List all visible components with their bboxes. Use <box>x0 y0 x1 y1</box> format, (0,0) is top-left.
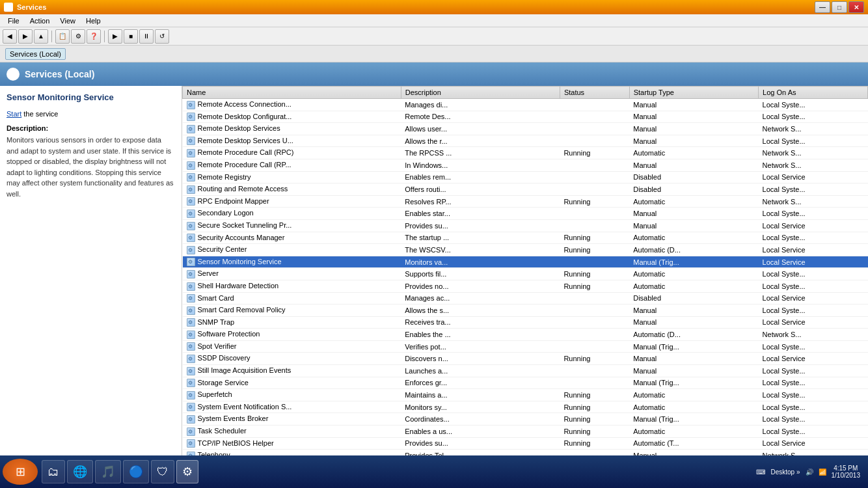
table-row[interactable]: TCP/IP NetBIOS HelperProvides su...Runni… <box>183 437 868 450</box>
breadcrumb-services-local[interactable]: Services (Local) <box>5 48 66 60</box>
maximize-button[interactable]: □ <box>832 1 847 13</box>
service-icon <box>187 258 195 266</box>
table-row[interactable]: Task SchedulerEnables a us...RunningAuto… <box>183 426 868 438</box>
table-row[interactable]: Remote Procedure Call (RP...In Windows..… <box>183 159 868 171</box>
show-hide-button[interactable]: 📋 <box>55 29 70 44</box>
taskbar-security[interactable]: 🛡 <box>151 460 174 483</box>
service-icon <box>187 113 195 121</box>
service-icon <box>187 379 195 387</box>
breadcrumb-bar: Services (Local) <box>0 46 868 62</box>
table-area: Name Description Status Startup Type Log… <box>182 86 868 479</box>
table-row[interactable]: Remote Desktop Configurat...Remote Des..… <box>183 111 868 123</box>
stop-service-button[interactable]: ■ <box>124 29 138 44</box>
clock: 4:15 PM 1/10/2013 <box>832 465 861 479</box>
panel-link-suffix: the service <box>23 110 58 118</box>
pause-service-button[interactable]: ⏸ <box>139 29 154 44</box>
table-row[interactable]: Remote Procedure Call (RPC)The RPCSS ...… <box>183 147 868 159</box>
services-header: ⚙ Services (Local) <box>0 62 868 86</box>
table-row[interactable]: SSDP DiscoveryDiscovers n...RunningManua… <box>183 353 868 365</box>
service-icon <box>187 270 195 278</box>
col-logon[interactable]: Log On As <box>759 87 868 99</box>
col-name[interactable]: Name <box>183 87 401 99</box>
services-tbody: Remote Access Connection...Manages di...… <box>183 99 868 480</box>
taskbar-desktop-label: Desktop » <box>770 468 800 476</box>
service-icon <box>187 355 195 363</box>
menu-view[interactable]: View <box>55 16 81 26</box>
taskbar-media[interactable]: 🎵 <box>95 460 121 483</box>
table-row[interactable]: Secure Socket Tunneling Pr...Provides su… <box>183 219 868 232</box>
window-title: Services <box>17 3 46 11</box>
table-row[interactable]: System Events BrokerCoordinates...Runnin… <box>183 413 868 426</box>
start-service-button[interactable]: ▶ <box>108 29 122 44</box>
table-row[interactable]: Storage ServiceEnforces gr...Manual (Tri… <box>183 377 868 389</box>
start-button[interactable]: ⊞ <box>3 459 38 485</box>
service-icon <box>187 318 195 327</box>
table-row[interactable]: Security Accounts ManagerThe startup ...… <box>183 232 868 244</box>
service-icon <box>187 137 195 145</box>
col-description[interactable]: Description <box>401 87 560 99</box>
service-icon <box>187 306 195 315</box>
table-container[interactable]: Name Description Status Startup Type Log… <box>182 86 868 479</box>
col-status[interactable]: Status <box>560 87 629 99</box>
table-row[interactable]: SuperfetchMaintains a...RunningAutomatic… <box>183 389 868 401</box>
service-icon <box>187 403 195 411</box>
title-bar: ⚙ Services — □ ✕ <box>0 0 868 14</box>
table-row[interactable]: System Event Notification S...Monitors s… <box>183 401 868 413</box>
table-row[interactable]: Remote Desktop ServicesAllows user...Man… <box>183 123 868 135</box>
toolbar-separator-1 <box>51 31 52 42</box>
table-row[interactable]: Remote Access Connection...Manages di...… <box>183 99 868 111</box>
taskbar-services[interactable]: ⚙ <box>176 460 198 483</box>
table-row[interactable]: Secondary LogonEnables star...ManualLoca… <box>183 208 868 220</box>
service-icon <box>187 391 195 400</box>
table-row[interactable]: Smart Card Removal PolicyAllows the s...… <box>183 305 868 317</box>
up-button[interactable]: ▲ <box>34 29 48 44</box>
service-icon <box>187 367 195 375</box>
table-row[interactable]: Routing and Remote AccessOffers routi...… <box>183 183 868 196</box>
service-icon <box>187 210 195 218</box>
menu-bar: File Action View Help <box>0 14 868 27</box>
window-controls: — □ ✕ <box>815 1 864 13</box>
taskbar-network-icon: 📶 <box>819 468 826 476</box>
app-icon: ⚙ <box>4 3 13 12</box>
table-row[interactable]: SNMP TrapReceives tra...ManualLocal Serv… <box>183 316 868 329</box>
service-icon <box>187 234 195 242</box>
table-row[interactable]: Spot VerifierVerifies pot...Manual (Trig… <box>183 340 868 353</box>
taskbar-browser[interactable]: 🌐 <box>67 460 93 483</box>
service-icon <box>187 149 195 157</box>
properties-button[interactable]: ⚙ <box>71 29 85 44</box>
taskbar-chrome[interactable]: 🔵 <box>123 460 149 483</box>
menu-file[interactable]: File <box>3 16 25 26</box>
restart-service-button[interactable]: ↺ <box>155 29 169 44</box>
menu-action[interactable]: Action <box>25 16 55 26</box>
menu-help[interactable]: Help <box>81 16 106 26</box>
table-row[interactable]: Remote RegistryEnables rem...DisabledLoc… <box>183 171 868 183</box>
table-row[interactable]: Software ProtectionEnables the ...Automa… <box>183 329 868 341</box>
table-row[interactable]: Still Image Acquisition EventsLaunches a… <box>183 365 868 377</box>
minimize-button[interactable]: — <box>815 1 830 13</box>
toolbar: ◀ ▶ ▲ 📋 ⚙ ❓ ▶ ■ ⏸ ↺ <box>0 27 868 46</box>
close-button[interactable]: ✕ <box>848 1 864 13</box>
table-row[interactable]: Shell Hardware DetectionProvides no...Ru… <box>183 280 868 292</box>
table-row[interactable]: Remote Desktop Services U...Allows the r… <box>183 135 868 147</box>
help-button[interactable]: ❓ <box>87 29 101 44</box>
panel-action: Start the service <box>7 110 175 118</box>
service-icon <box>187 101 195 109</box>
table-row[interactable]: Smart CardManages ac...DisabledLocal Ser… <box>183 292 868 305</box>
col-startup[interactable]: Startup Type <box>629 87 758 99</box>
clock-date: 1/10/2013 <box>832 472 861 479</box>
service-icon <box>187 331 195 339</box>
table-row[interactable]: ServerSupports fil...RunningAutomaticLoc… <box>183 268 868 280</box>
table-row[interactable]: RPC Endpoint MapperResolves RP...Running… <box>183 195 868 208</box>
back-button[interactable]: ◀ <box>3 29 17 44</box>
clock-time: 4:15 PM <box>832 465 861 472</box>
start-service-link[interactable]: Start <box>7 110 21 118</box>
service-icon <box>187 427 195 436</box>
service-icon <box>187 415 195 424</box>
taskbar-keyboard-icon: ⌨ <box>756 468 765 476</box>
service-icon <box>187 294 195 303</box>
table-row[interactable]: Sensor Monitoring ServiceMonitors va...M… <box>183 256 868 268</box>
taskbar-explorer[interactable]: 🗂 <box>42 460 65 483</box>
table-row[interactable]: Security CenterThe WSCSV...RunningAutoma… <box>183 244 868 256</box>
forward-button[interactable]: ▶ <box>18 29 33 44</box>
service-icon <box>187 125 195 133</box>
